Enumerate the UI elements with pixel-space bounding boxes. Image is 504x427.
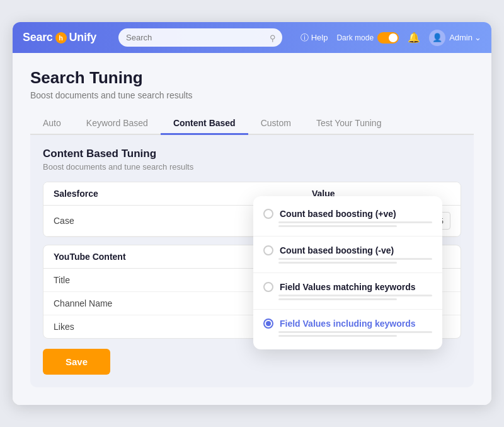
divider3 [253,309,442,310]
tabs-nav: Auto Keyword Based Content Based Custom … [30,113,474,135]
divider2 [253,272,442,273]
dropdown-item-field-match[interactable]: Field Values matching keywords [253,274,442,308]
bell-icon[interactable]: 🔔 [408,32,420,44]
dropdown-field-include-text: Field Values including keywords [280,319,416,329]
dropdown-item-desc5 [278,295,432,296]
dropdown-item-count-positive[interactable]: Count based boosting (+ve) [253,201,442,235]
help-label: Help [311,33,328,42]
search-icon: ⚲ [270,33,276,42]
dropdown-item-desc6 [278,298,397,300]
panel-title: Content Based Tuning [43,148,461,160]
tab-custom[interactable]: Custom [248,113,304,135]
dropdown-item-desc1 [278,221,432,223]
tab-auto[interactable]: Auto [30,113,74,135]
radio-field-include[interactable] [263,319,273,329]
dropdown-item-desc3 [278,258,432,260]
page-subtitle: Boost documents and tune search results [30,90,474,100]
main-window: SearchUnify ⚲ ⓘ Help Dark mode 🔔 👤 Admin… [13,22,491,405]
dropdown-item-desc7 [278,331,432,333]
dark-mode-pill[interactable] [377,32,399,44]
tab-test-your-tuning[interactable]: Test Your Tuning [304,113,394,135]
user-menu[interactable]: 👤 Admin ⌄ [429,30,481,46]
youtube-col-header: YouTube Content [54,252,126,262]
page-content: Search Tuning Boost documents and tune s… [13,53,491,405]
dropdown-item-desc2 [278,225,397,227]
save-button[interactable]: Save [43,349,110,375]
main-panel: Content Based Tuning Boost documents and… [30,135,474,387]
radio-field-match[interactable] [263,282,273,292]
radio-count-negative[interactable] [263,245,273,255]
dropdown-item-label3: Field Values matching keywords [263,282,432,292]
logo-text-left: Searc [23,31,53,44]
dropdown-item-desc4 [278,262,397,264]
topbar: SearchUnify ⚲ ⓘ Help Dark mode 🔔 👤 Admin… [13,22,491,53]
tab-keyword-based[interactable]: Keyword Based [74,113,161,135]
topbar-right: ⓘ Help Dark mode 🔔 👤 Admin ⌄ [301,30,481,46]
dropdown-field-match-text: Field Values matching keywords [280,282,416,292]
dropdown-count-negative-text: Count based boosting (-ve) [280,245,394,255]
panel-subtitle: Boost documents and tune search results [43,162,461,172]
help-icon: ⓘ [301,32,309,44]
chevron-down-icon: ⌄ [474,33,481,42]
divider1 [253,236,442,237]
tab-content-based[interactable]: Content Based [161,113,248,135]
youtube-title-label: Title [54,275,70,285]
youtube-likes-label: Likes [54,322,74,332]
dropdown-count-positive-text: Count based boosting (+ve) [280,209,396,219]
search-input[interactable] [118,28,282,47]
admin-label: Admin ⌄ [449,33,481,42]
dropdown-item-label2: Count based boosting (-ve) [263,245,432,255]
dropdown-item-desc8 [278,335,397,337]
dropdown-item-field-include[interactable]: Field Values including keywords [253,311,442,344]
dropdown-item-count-negative[interactable]: Count based boosting (-ve) [253,238,442,271]
dark-mode-label: Dark mode [336,33,374,42]
dark-mode-toggle[interactable]: Dark mode [336,32,399,44]
logo-circle: h [55,32,67,44]
dropdown-popup: Count based boosting (+ve) Count based b… [253,196,442,349]
search-box[interactable]: ⚲ [118,28,282,47]
radio-count-positive[interactable] [263,209,273,219]
logo-text-right: Unify [69,31,97,44]
dropdown-item-label4: Field Values including keywords [263,319,432,329]
help-button[interactable]: ⓘ Help [301,32,328,44]
page-title: Search Tuning [30,68,474,88]
dropdown-item-label: Count based boosting (+ve) [263,209,432,219]
logo: SearchUnify [23,31,111,44]
youtube-channel-label: Channel Name [54,298,112,308]
avatar: 👤 [429,30,445,46]
